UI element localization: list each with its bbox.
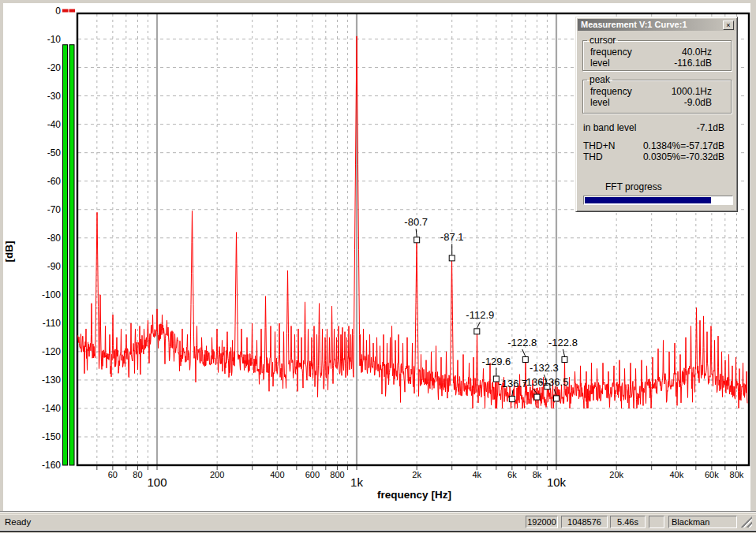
in-band-level-label: in band level: [583, 122, 636, 133]
svg-text:600: 600: [305, 470, 320, 479]
measurement-window-titlebar[interactable]: Measurement V:1 Curve:1 ×: [578, 19, 735, 31]
x-axis-title: frequency [Hz]: [377, 489, 451, 501]
svg-text:8k: 8k: [533, 470, 542, 479]
cursor-frequency-row: frequency 40.0Hz: [583, 47, 731, 58]
thd-value: 0.0305%=-70.32dB: [643, 151, 724, 162]
window-edge-shadow: [0, 531, 756, 532]
peak-level-label: level: [590, 97, 610, 108]
svg-text:6k: 6k: [507, 470, 517, 479]
measurement-window: Measurement V:1 Curve:1 × cursor frequen…: [575, 17, 738, 212]
status-text: Ready: [5, 514, 31, 530]
status-panel-sample-rate: 192000: [526, 516, 558, 528]
svg-text:400: 400: [270, 470, 284, 479]
thdn-row: THD+N 0.1384%=-57.17dB: [583, 140, 724, 151]
peak-value-label: -112.9: [466, 309, 494, 321]
cursor-level-value: -116.1dB: [674, 58, 712, 69]
svg-text:-150: -150: [42, 431, 61, 442]
peak-group-label: peak: [587, 74, 612, 85]
peak-value-label: -136.5: [540, 376, 569, 388]
fft-progress-fill: [585, 197, 711, 203]
status-panel-window-function: Blackman: [668, 516, 737, 528]
svg-text:200: 200: [210, 470, 224, 479]
peak-value-label: -132.3: [530, 362, 559, 374]
measurement-window-title: Measurement V:1 Curve:1: [581, 20, 687, 29]
fft-progress-bar: [583, 196, 733, 205]
svg-text:-160: -160: [42, 460, 61, 471]
svg-text:20k: 20k: [609, 470, 623, 479]
peak-marker: [449, 255, 455, 261]
peak-level-row: level -9.0dB: [583, 97, 731, 108]
svg-text:80: 80: [133, 470, 142, 479]
svg-text:-140: -140: [42, 403, 61, 414]
peak-group: peak frequency 1000.1Hz level -9.0dB: [582, 74, 732, 114]
peak-marker: [509, 397, 515, 402]
svg-text:-130: -130: [42, 375, 61, 386]
svg-text:-90: -90: [47, 261, 62, 272]
svg-text:4k: 4k: [473, 470, 482, 479]
peak-level-value: -9.0dB: [684, 97, 712, 108]
peak-frequency-label: frequency: [590, 86, 632, 97]
svg-text:-20: -20: [47, 62, 62, 73]
fft-progress-label: FFT progress: [605, 181, 662, 192]
svg-text:10k: 10k: [547, 475, 567, 489]
svg-text:1k: 1k: [350, 475, 363, 489]
close-icon: ×: [726, 21, 730, 29]
cursor-level-label: level: [590, 58, 610, 69]
svg-text:0: 0: [55, 6, 61, 17]
svg-text:-120: -120: [42, 346, 61, 357]
svg-text:80k: 80k: [730, 470, 744, 479]
svg-text:2k: 2k: [412, 470, 421, 479]
meter-bar: [69, 45, 74, 465]
svg-text:60k: 60k: [705, 470, 719, 479]
status-panel-time: 5.46s: [610, 516, 646, 528]
thd-label: THD: [583, 151, 603, 162]
peak-marker: [534, 394, 540, 400]
svg-text:-60: -60: [47, 176, 62, 187]
thdn-value: 0.1384%=-57.17dB: [643, 140, 724, 151]
svg-text:40k: 40k: [669, 470, 683, 479]
peak-frequency-row: frequency 1000.1Hz: [583, 86, 731, 97]
thdn-label: THD+N: [583, 140, 615, 151]
meter-bar: [63, 45, 68, 465]
thd-row: THD 0.0305%=-70.32dB: [583, 151, 724, 162]
status-panel-fft-length: 1048576: [561, 516, 608, 528]
peak-value-label: -129.6: [481, 356, 511, 367]
svg-text:-80: -80: [47, 233, 62, 244]
svg-text:-10: -10: [47, 34, 62, 45]
clip-indicator: [62, 9, 69, 13]
cursor-group-label: cursor: [587, 35, 618, 46]
peak-marker: [474, 329, 480, 334]
svg-text:-70: -70: [47, 204, 62, 215]
peak-marker: [554, 396, 560, 401]
clip-indicator: [69, 9, 76, 13]
svg-text:60: 60: [108, 470, 118, 479]
peak-marker: [522, 357, 528, 363]
status-bar: Ready 192000 1048576 5.46s Blackman: [0, 514, 756, 530]
svg-text:100: 100: [147, 475, 167, 489]
svg-text:-50: -50: [47, 147, 62, 158]
svg-text:800: 800: [330, 470, 344, 479]
svg-text:-100: -100: [42, 289, 61, 300]
in-band-level-value: -7.1dB: [697, 122, 724, 133]
app-window: 60801002004006008001k2k4k6k8k10k20k40k60…: [0, 0, 756, 533]
y-axis-title: [dB]: [3, 241, 15, 263]
cursor-frequency-label: frequency: [590, 47, 632, 58]
resize-grip-icon[interactable]: [739, 516, 752, 527]
close-button[interactable]: ×: [723, 20, 734, 30]
peak-value-label: -87.1: [440, 231, 464, 243]
cursor-frequency-value: 40.0Hz: [682, 47, 712, 58]
in-band-level-row: in band level -7.1dB: [583, 122, 724, 133]
peak-value-label: -80.7: [404, 216, 428, 228]
cursor-group: cursor frequency 40.0Hz level -116.1dB: [582, 35, 732, 71]
cursor-level-row: level -116.1dB: [583, 58, 731, 69]
status-panel-empty: [649, 516, 664, 528]
peak-frequency-value: 1000.1Hz: [672, 86, 712, 97]
svg-text:-30: -30: [47, 91, 62, 102]
peak-value-label: -122.8: [548, 337, 578, 348]
peak-marker: [414, 237, 420, 243]
svg-text:-110: -110: [43, 318, 61, 329]
svg-text:-40: -40: [47, 119, 62, 130]
peak-value-label: -122.8: [507, 337, 537, 348]
peak-marker: [562, 357, 567, 363]
